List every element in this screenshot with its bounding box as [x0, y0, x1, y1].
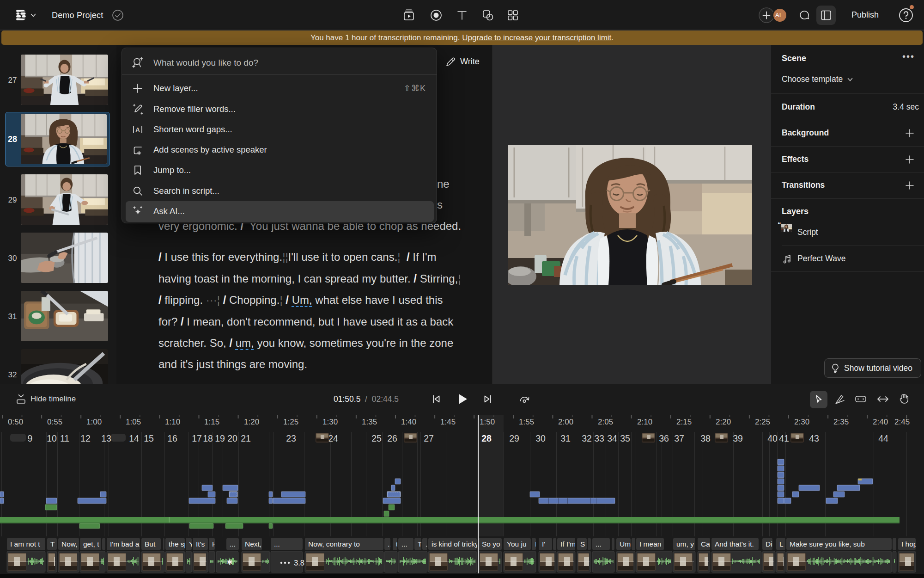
svg-text:43: 43	[809, 433, 819, 443]
svg-text:Next,: Next,	[245, 540, 261, 548]
svg-text:9: 9	[28, 433, 33, 443]
svg-text:Um: Um	[620, 540, 631, 548]
svg-text:20: 20	[227, 433, 237, 443]
svg-text:✱: ✱	[227, 558, 233, 566]
svg-text:1:05: 1:05	[126, 418, 141, 426]
svg-text:S: S	[580, 540, 585, 548]
svg-text:13: 13	[101, 433, 111, 443]
svg-text:2:35: 2:35	[833, 418, 849, 426]
svg-text:23: 23	[286, 433, 296, 443]
svg-text:35: 35	[620, 433, 630, 443]
svg-text:A: A	[135, 126, 140, 133]
svg-text:But: But	[145, 540, 156, 548]
svg-text:38: 38	[700, 433, 711, 443]
svg-text:I': I'	[542, 540, 545, 548]
svg-text:Make sure you like, sub: Make sure you like, sub	[790, 540, 865, 548]
svg-text:1:30: 1:30	[322, 418, 338, 426]
svg-text:28: 28	[481, 433, 492, 443]
svg-text:29: 29	[509, 433, 519, 443]
svg-text:18: 18	[203, 433, 213, 443]
svg-text:Di: Di	[766, 540, 772, 548]
svg-text:15: 15	[144, 433, 154, 443]
svg-text:...: ...	[596, 540, 602, 548]
svg-text:1:25: 1:25	[283, 418, 298, 426]
svg-text:14: 14	[129, 433, 139, 443]
svg-text:Now,: Now,	[61, 540, 77, 548]
svg-text:1:15: 1:15	[204, 418, 219, 426]
svg-text:19: 19	[215, 433, 225, 443]
svg-text:is kind of tricky.: is kind of tricky.	[432, 540, 480, 548]
svg-text:26: 26	[387, 433, 397, 443]
svg-text:3.8: 3.8	[294, 559, 304, 567]
svg-text:2:20: 2:20	[716, 418, 731, 426]
svg-text:1:00: 1:00	[86, 418, 102, 426]
svg-text:0:50: 0:50	[8, 418, 23, 426]
svg-text:10: 10	[47, 433, 57, 443]
svg-text:37: 37	[674, 433, 684, 443]
svg-text:36: 36	[659, 433, 669, 443]
svg-text:32: 32	[582, 433, 592, 443]
svg-text:25: 25	[371, 433, 382, 443]
svg-text:11: 11	[60, 433, 69, 443]
svg-text:17: 17	[192, 433, 202, 443]
svg-text:...: ...	[401, 540, 407, 548]
svg-text:I'm bad a: I'm bad a	[110, 540, 140, 548]
svg-text:12: 12	[80, 433, 91, 443]
svg-text:41: 41	[779, 433, 789, 443]
svg-text:2:00: 2:00	[558, 418, 573, 426]
svg-text:If I'm: If I'm	[560, 540, 576, 548]
svg-text:1:45: 1:45	[440, 418, 456, 426]
svg-text:1:55: 1:55	[519, 418, 534, 426]
svg-text:um, y: um, y	[676, 540, 694, 548]
svg-text:...: ...	[230, 540, 236, 548]
svg-text:Ca: Ca	[701, 540, 710, 548]
svg-text:1:10: 1:10	[165, 418, 180, 426]
svg-text:24: 24	[328, 433, 338, 443]
svg-text:34: 34	[607, 433, 617, 443]
svg-text:2:45: 2:45	[894, 418, 910, 426]
svg-text:1:20: 1:20	[244, 418, 259, 426]
svg-text:2:05: 2:05	[598, 418, 613, 426]
svg-text:1:35: 1:35	[362, 418, 377, 426]
svg-text:It's: It's	[196, 540, 205, 548]
svg-text:1:40: 1:40	[401, 418, 416, 426]
svg-text:T: T	[50, 540, 55, 548]
svg-text:2:10: 2:10	[637, 418, 652, 426]
svg-text:27: 27	[424, 433, 434, 443]
svg-text:L: L	[779, 540, 784, 548]
svg-text:1:50: 1:50	[480, 418, 495, 426]
svg-text:So yo: So yo	[482, 540, 500, 548]
svg-text:0:55: 0:55	[47, 418, 62, 426]
svg-text:And that's it.: And that's it.	[715, 540, 754, 548]
svg-text:31: 31	[560, 433, 571, 443]
svg-text:I am not t: I am not t	[10, 540, 40, 548]
svg-text:39: 39	[733, 433, 743, 443]
svg-text:You ju: You ju	[507, 540, 527, 548]
svg-text:33: 33	[594, 433, 604, 443]
svg-text:2:30: 2:30	[794, 418, 809, 426]
svg-text:get, t: get, t	[83, 540, 99, 548]
svg-text:I hop: I hop	[901, 540, 917, 548]
svg-text:40: 40	[767, 433, 778, 443]
svg-text:...: ...	[274, 540, 280, 548]
svg-text:30: 30	[535, 433, 546, 443]
svg-text:2:40: 2:40	[873, 418, 888, 426]
svg-text:I mean: I mean	[639, 540, 661, 548]
svg-text:2:25: 2:25	[755, 418, 770, 426]
svg-text:2:15: 2:15	[676, 418, 692, 426]
svg-text:16: 16	[167, 433, 177, 443]
svg-text:44: 44	[878, 433, 888, 443]
svg-text:21: 21	[241, 433, 251, 443]
svg-text:Now, contrary to: Now, contrary to	[308, 540, 360, 548]
